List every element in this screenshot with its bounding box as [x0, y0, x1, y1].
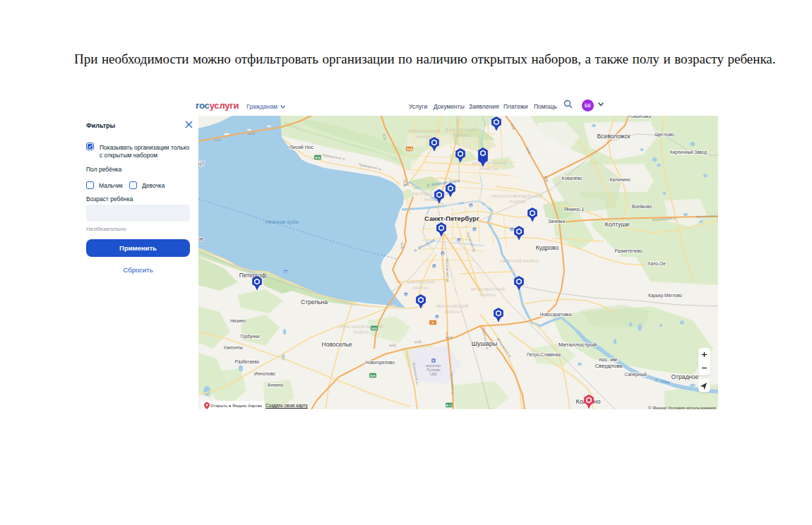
svg-text:РАЙОН: РАЙОН — [453, 133, 469, 138]
svg-text:M: M — [441, 253, 443, 255]
svg-text:Свердлова: Свердлова — [595, 363, 623, 369]
svg-text:Новосаратовка: Новосаратовка — [540, 312, 572, 318]
svg-text:Хапо-Ое: Хапо-Ое — [647, 261, 666, 266]
svg-text:M: M — [433, 265, 435, 268]
svg-text:M: M — [436, 316, 438, 319]
svg-text:M: M — [473, 229, 475, 231]
svg-text:Карьер-Мяглово: Карьер-Мяглово — [648, 293, 682, 298]
svg-text:✈: ✈ — [432, 359, 435, 363]
svg-text:Е18: Е18 — [315, 156, 321, 159]
svg-text:КАЛИНИНСКИЙ: КАЛИНИНСКИЙ — [472, 160, 507, 165]
svg-text:ЗСД: ЗСД — [403, 179, 407, 187]
svg-text:Янино-1: Янино-1 — [564, 206, 585, 212]
svg-text:M: M — [458, 239, 460, 242]
svg-text:РАЙОН: РАЙОН — [413, 285, 429, 290]
svg-text:ВЫБОРГСКИЙ: ВЫБОРГСКИЙ — [446, 127, 477, 132]
svg-text:КИРОВСКИЙ: КИРОВСКИЙ — [407, 279, 434, 284]
svg-text:Лисий Нос: Лисий Нос — [289, 145, 314, 150]
svg-text:M: M — [405, 294, 407, 296]
svg-text:МОСКОВСКИЙ: МОСКОВСКИЙ — [436, 303, 468, 308]
svg-text:Отрадное: Отрадное — [671, 373, 698, 380]
svg-text:E20: E20 — [370, 374, 376, 378]
svg-text:пос. им.: пос. им. — [599, 356, 619, 363]
svg-text:НЕВСКИЙ РАЙОН: НЕВСКИЙ РАЙОН — [500, 258, 539, 263]
svg-text:M: M — [470, 205, 472, 207]
svg-text:РАЙОН: РАЙОН — [482, 166, 497, 171]
svg-text:РАЙОН: РАЙОН — [445, 309, 460, 314]
svg-text:Невская губа: Невская губа — [265, 219, 299, 225]
svg-text:Воейково: Воейково — [632, 204, 652, 209]
svg-text:Петро-Славянка: Петро-Славянка — [527, 352, 561, 358]
svg-text:Горбунки: Горбунки — [240, 334, 260, 339]
svg-text:ов: ов — [198, 236, 203, 241]
svg-text:ПРИМОРСКИЙ: ПРИМОРСКИЙ — [408, 128, 441, 133]
svg-text:Всеволожск: Всеволожск — [597, 133, 631, 140]
svg-text:Кирпичный Завод: Кирпичный Завод — [670, 150, 707, 155]
svg-text:Колтуши: Колтуши — [605, 221, 630, 228]
svg-text:M: M — [511, 229, 513, 231]
svg-text:КРАСНОГВАРДЕЙСКИЙ: КРАСНОГВАРДЕЙСКИЙ — [492, 193, 544, 198]
svg-text:Р: Р — [432, 321, 434, 325]
svg-text:РАЙОН: РАЙОН — [417, 134, 432, 139]
svg-text:Щеглово: Щеглово — [655, 132, 674, 138]
svg-text:Заневка: Заневка — [548, 219, 566, 224]
svg-text:Разметелево: Разметелево — [614, 248, 643, 253]
svg-text:Московский пр.: Московский пр. — [445, 259, 450, 283]
svg-text:LED: LED — [430, 372, 437, 376]
svg-text:ЗСД: ЗСД — [407, 147, 413, 151]
svg-text:Металлострой: Металлострой — [559, 342, 597, 348]
svg-text:Аннино: Аннино — [268, 382, 284, 387]
svg-text:Романовка: Романовка — [628, 116, 651, 119]
svg-text:ЗСД: ЗСД — [400, 242, 405, 250]
svg-text:Новоселье: Новоселье — [322, 341, 352, 348]
svg-text:Новогорелово: Новогорелово — [365, 360, 395, 366]
svg-text:ЦТ: ЦТ — [198, 161, 204, 167]
svg-text:E20: E20 — [371, 327, 377, 330]
svg-text:Кудрово: Кудрово — [536, 244, 559, 251]
svg-text:Санкт-Петербург: Санкт-Петербург — [424, 215, 479, 222]
svg-text:Калинино: Калинино — [609, 177, 631, 182]
svg-text:Петергоф: Петергоф — [239, 272, 266, 279]
svg-text:Низино: Низино — [230, 318, 246, 323]
svg-text:РАЙОН: РАЙОН — [354, 330, 369, 334]
svg-text:Разбегаево: Разбегаево — [235, 359, 260, 364]
svg-text:Иннолово: Иннолово — [254, 371, 275, 376]
svg-text:РАЙОН: РАЙОН — [480, 292, 496, 297]
svg-text:Стрельна: Стрельна — [301, 298, 328, 306]
svg-text:Сапёрный: Сапёрный — [624, 372, 646, 378]
svg-text:ПЕТРОГРАДСКИЙ: ПЕТРОГРАДСКИЙ — [412, 191, 452, 196]
svg-text:РАЙОН: РАЙОН — [510, 199, 525, 204]
svg-text:Ковалёво: Ковалёво — [562, 176, 583, 181]
svg-text:M: M — [285, 271, 287, 274]
svg-text:Узигонты: Узигонты — [223, 345, 243, 350]
svg-text:М-11: М-11 — [446, 404, 453, 407]
svg-text:ФРУНЗЕНСКИЙ: ФРУНЗЕНСКИЙ — [471, 286, 505, 291]
